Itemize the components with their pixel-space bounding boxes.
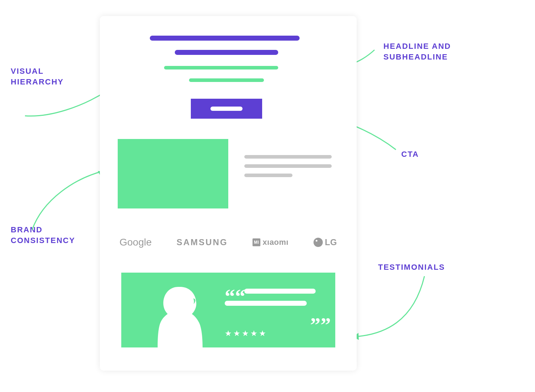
lg-text: LG xyxy=(325,237,337,247)
brand-logo-xiaomi: MI xıaomı xyxy=(253,238,289,247)
xiaomi-text: xıaomı xyxy=(263,238,289,247)
subheadline-line-1 xyxy=(164,66,278,69)
label-testimonials: TESTIMONIALS xyxy=(378,262,445,273)
hero-image-placeholder xyxy=(118,139,228,208)
cta-button-label-placeholder xyxy=(210,107,243,111)
brand-logos-row: Google SAMSUNG MI xıaomı LG xyxy=(119,233,337,251)
xiaomi-icon: MI xyxy=(253,238,260,246)
brand-logo-lg: LG xyxy=(314,237,337,247)
wireframe-card: Google SAMSUNG MI xıaomı LG ““ „„ ★★★★★ xyxy=(100,16,357,371)
testimonial-quote-lines xyxy=(225,289,325,313)
testimonial-card: ““ „„ ★★★★★ xyxy=(121,273,335,347)
label-cta: CTA xyxy=(401,149,419,160)
body-line xyxy=(244,164,332,168)
quote-line xyxy=(225,301,307,306)
label-headline-subheadline: HEADLINE AND SUBHEADLINE xyxy=(383,41,451,62)
label-visual-hierarchy: VISUAL HIERARCHY xyxy=(11,66,64,87)
quote-line xyxy=(244,289,316,294)
rating-stars: ★★★★★ xyxy=(225,329,268,338)
brand-logo-samsung: SAMSUNG xyxy=(177,237,228,247)
quote-close-icon: „„ xyxy=(310,308,331,321)
lg-icon xyxy=(314,238,323,247)
headline-line-1 xyxy=(150,36,300,41)
diagram-stage: VISUAL HIERARCHY BRAND CONSISTENCY HEADL… xyxy=(0,0,535,392)
body-text-placeholder xyxy=(244,155,332,183)
brand-logo-google: Google xyxy=(119,237,152,248)
body-line xyxy=(244,174,292,177)
subheadline-line-2 xyxy=(189,78,264,82)
label-brand-consistency: BRAND CONSISTENCY xyxy=(11,225,75,246)
headline-line-2 xyxy=(175,50,278,55)
cta-button[interactable] xyxy=(191,99,262,119)
body-line xyxy=(244,155,332,159)
avatar-silhouette-icon xyxy=(146,280,210,347)
